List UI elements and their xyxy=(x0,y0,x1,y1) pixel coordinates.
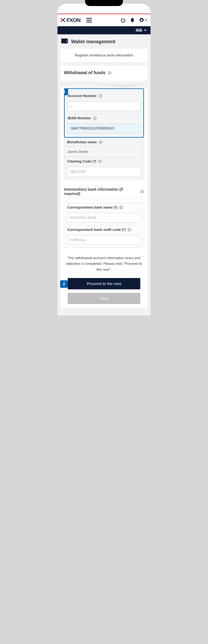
corr-swift-block: Correspondent bank swift code (*) ? xyxy=(67,225,141,248)
logo-mark-icon xyxy=(60,18,65,23)
bell-icon[interactable] xyxy=(130,17,135,23)
balance-bar[interactable]: 残高 xyxy=(57,26,151,34)
torn-edge xyxy=(60,79,148,88)
step-badge-2: 2 xyxy=(60,280,68,288)
step-badge-1: 1 xyxy=(64,88,68,95)
intermediary-title: Intermediary bank information (if requir… xyxy=(64,187,134,196)
highlight-box-1: 1 Account Number ? IBAN Number ? xyxy=(64,88,144,138)
page-title: Wallet management xyxy=(71,39,115,44)
screen: FXON xyxy=(57,4,151,316)
intermediary-title-row: Intermediary bank information (if requir… xyxy=(64,184,144,199)
iban-label: IBAN Number xyxy=(68,116,91,120)
help-icon[interactable]: ? xyxy=(140,190,144,194)
withdrawal-section: Withdrawal of funds ? 1 Account Number xyxy=(60,66,148,308)
account-number-label-row: Account Number ? xyxy=(68,92,140,100)
help-icon[interactable]: ? xyxy=(128,228,131,232)
beneficiary-label: Beneficiary name xyxy=(67,140,97,144)
clear-button[interactable]: Clear xyxy=(68,293,140,304)
wallet-icon xyxy=(61,38,68,45)
info-card: Register remittance bank information xyxy=(60,49,148,62)
chevron-down-icon xyxy=(145,20,147,21)
withdrawal-title-row: Withdrawal of funds ? xyxy=(64,70,144,75)
corr-bank-name-input[interactable] xyxy=(67,213,141,222)
svg-rect-0 xyxy=(86,18,92,19)
iban-input[interactable] xyxy=(68,124,140,133)
app-logo[interactable]: FXON xyxy=(60,17,80,23)
clearing-block: Clearing Code (*) ? xyxy=(64,157,144,179)
svg-point-7 xyxy=(67,41,67,42)
instruction-text: The withdrawal account information entry… xyxy=(64,248,144,278)
corr-bank-name-label-row: Correspondent bank name (*) ? xyxy=(67,203,141,212)
clearing-label-row: Clearing Code (*) ? xyxy=(67,157,141,166)
page-content: Wallet management Register remittance ba… xyxy=(57,34,151,316)
beneficiary-value: James Smith xyxy=(67,147,141,157)
corr-bank-name-label: Correspondent bank name (*) xyxy=(67,205,118,210)
corr-swift-label: Correspondent bank swift code (*) xyxy=(67,228,126,232)
phone-frame: FXON xyxy=(55,0,153,317)
svg-point-4 xyxy=(141,20,143,21)
beneficiary-value-block: James Smith xyxy=(64,146,144,157)
svg-point-3 xyxy=(132,22,133,23)
help-icon[interactable]: ? xyxy=(99,140,102,144)
corr-swift-input[interactable] xyxy=(67,235,141,245)
withdrawal-title: Withdrawal of funds xyxy=(64,70,106,75)
logo-text: FXON xyxy=(67,17,80,23)
top-bar: FXON xyxy=(57,14,151,26)
corr-swift-label-row: Correspondent bank swift code (*) ? xyxy=(67,225,141,234)
top-bar-icons xyxy=(120,17,147,23)
account-details-box: 1 Account Number ? IBAN Number ? xyxy=(64,88,144,179)
page-title-row: Wallet management xyxy=(57,34,151,49)
iban-label-row: IBAN Number ? xyxy=(68,114,140,122)
clearing-code-input[interactable] xyxy=(67,167,141,176)
help-icon[interactable]: ? xyxy=(93,116,97,120)
corr-bank-name-block: Correspondent bank name (*) ? xyxy=(67,203,141,225)
card-text: Register remittance bank information xyxy=(75,53,133,57)
svg-rect-1 xyxy=(86,20,92,20)
balance-label: 残高 xyxy=(136,28,142,32)
top-bar-left: FXON xyxy=(60,17,92,23)
proceed-button[interactable]: Proceed to the next xyxy=(68,278,140,289)
power-icon[interactable] xyxy=(120,17,126,23)
hamburger-menu-icon[interactable] xyxy=(86,18,92,22)
beneficiary-block: Beneficiary name ? xyxy=(64,138,144,146)
gear-icon[interactable] xyxy=(139,17,147,23)
beneficiary-label-row: Beneficiary name ? xyxy=(67,138,141,146)
help-icon[interactable]: ? xyxy=(108,71,112,75)
clearing-label: Clearing Code (*) xyxy=(67,159,96,164)
svg-rect-2 xyxy=(86,22,92,22)
help-icon[interactable]: ? xyxy=(98,160,102,163)
account-number-input[interactable] xyxy=(68,101,140,111)
account-number-label: Account Number xyxy=(68,94,97,98)
help-icon[interactable]: ? xyxy=(98,94,102,98)
correspondent-box: Correspondent bank name (*) ? Correspond… xyxy=(64,203,144,248)
phone-notch xyxy=(85,0,123,6)
button-wrap: 2 Proceed to the next Clear xyxy=(64,278,144,304)
help-icon[interactable]: ? xyxy=(119,206,123,209)
chevron-down-icon xyxy=(144,30,146,31)
